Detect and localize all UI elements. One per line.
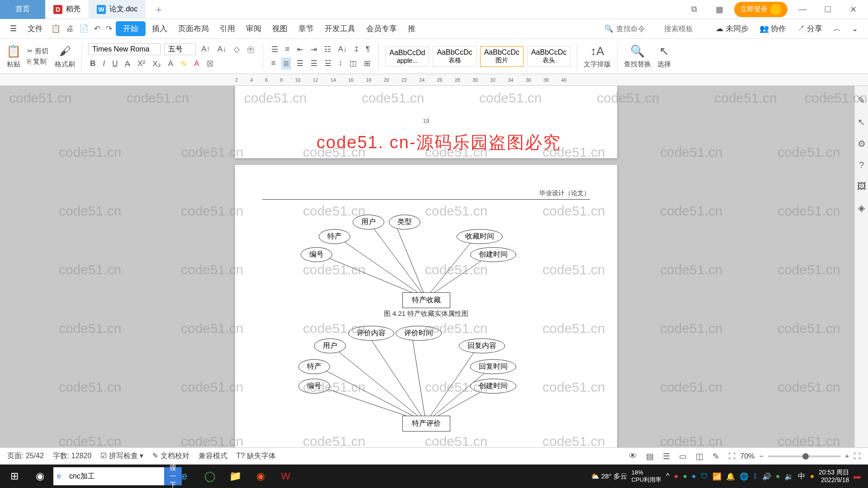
zoom-in-icon[interactable]: + xyxy=(845,452,849,460)
menu-layout[interactable]: 页面布局 xyxy=(174,21,213,37)
align-right-icon[interactable]: ☰ xyxy=(295,57,305,70)
styles-gallery[interactable]: AaBbCcDdapple... AaBbCcDc表格 AaBbCcDc图片 A… xyxy=(385,46,571,67)
paste-group[interactable]: 📋粘贴 xyxy=(6,44,21,69)
underline-icon[interactable]: U xyxy=(110,58,119,70)
tray-vol-icon[interactable]: 🔊 xyxy=(762,472,771,481)
view-page-icon[interactable]: ▤ xyxy=(646,451,654,461)
subscript-icon[interactable]: X₂ xyxy=(151,58,162,70)
grid-icon[interactable]: ▦ xyxy=(709,1,730,18)
tray-5-icon[interactable]: ● xyxy=(810,472,814,480)
tray-2-icon[interactable]: ● xyxy=(683,472,687,480)
align-left-icon[interactable]: ≡ xyxy=(269,57,278,69)
zoom-full-icon[interactable]: ⛶ xyxy=(854,452,861,460)
tray-up-icon[interactable]: ^ xyxy=(666,472,670,480)
cut-button[interactable]: ✂ 剪切 xyxy=(27,47,48,56)
tray-3-icon[interactable]: ● xyxy=(692,472,696,480)
zoom-out-icon[interactable]: − xyxy=(759,452,763,460)
search-template-input[interactable] xyxy=(664,25,709,33)
view-outline-icon[interactable]: ☰ xyxy=(663,451,670,461)
cpu-widget[interactable]: 18%CPU利用率 xyxy=(632,469,661,484)
tray-bell-icon[interactable]: 🔔 xyxy=(726,472,735,481)
outdent-icon[interactable]: ⇤ xyxy=(295,43,305,56)
qat-preview-icon[interactable]: 📄 xyxy=(77,23,90,35)
side-img-icon[interactable]: 🖼 xyxy=(857,181,866,192)
tb-app1-icon[interactable]: ◉ xyxy=(249,466,272,487)
share-button[interactable]: ↗ 分享 xyxy=(793,21,827,37)
tab-new[interactable]: ＋ xyxy=(146,0,172,19)
para-marks-icon[interactable]: ¶ xyxy=(364,43,372,55)
menu-view[interactable]: 视图 xyxy=(268,21,292,37)
font-color-icon[interactable]: A xyxy=(192,58,201,70)
tray-shield-icon[interactable]: 🛡 xyxy=(701,472,708,480)
view-web-icon[interactable]: ◫ xyxy=(696,451,703,461)
clear-format-icon[interactable]: ◇ xyxy=(232,43,241,56)
tb-explorer-icon[interactable]: 📁 xyxy=(223,466,247,487)
text-effect-icon[interactable]: A xyxy=(166,58,175,70)
zoom-fit-icon[interactable]: ⛶ xyxy=(728,452,736,460)
style-2[interactable]: AaBbCcDc表格 xyxy=(433,46,476,67)
italic-icon[interactable]: I xyxy=(101,58,107,70)
side-settings-icon[interactable]: ⚙ xyxy=(858,138,866,149)
font-select[interactable] xyxy=(88,43,160,55)
taskbar-search[interactable]: e 搜一下 xyxy=(53,467,171,485)
maximize-button[interactable]: ☐ xyxy=(817,1,838,18)
numbering-icon[interactable]: ≡ xyxy=(283,43,292,55)
pinyin-icon[interactable]: ㊥ xyxy=(245,43,256,56)
close-button[interactable]: ✕ xyxy=(843,1,863,18)
taskbar-clock[interactable]: 20:53 周日2022/9/18 xyxy=(819,469,849,484)
asian-layout-icon[interactable]: ☷ xyxy=(322,43,333,56)
view-read-icon[interactable]: ▭ xyxy=(679,451,687,461)
menu-up-icon[interactable]: ︿ xyxy=(829,21,845,37)
tray-ime[interactable]: 中 xyxy=(798,472,805,481)
coop-button[interactable]: 👥 协作 xyxy=(755,21,791,37)
qat-print-icon[interactable]: 🖨 xyxy=(64,23,75,35)
style-3[interactable]: AaBbCcDc图片 xyxy=(480,46,524,67)
view-focus-icon[interactable]: ✎ xyxy=(712,451,719,461)
menu-devtools[interactable]: 开发工具 xyxy=(320,21,360,37)
bold-icon[interactable]: B xyxy=(88,58,97,70)
char-border-icon[interactable]: ☒ xyxy=(205,58,215,70)
side-help-icon[interactable]: ? xyxy=(859,160,864,170)
tray-4-icon[interactable]: ● xyxy=(776,472,780,480)
weather-widget[interactable]: ⛅ 28° 多云 xyxy=(591,472,627,481)
status-spell[interactable]: ☑ 拼写检查 ▾ xyxy=(100,451,143,461)
find-group[interactable]: 🔍查找替换 xyxy=(624,44,651,69)
tab-document[interactable]: W论文.doc xyxy=(89,0,146,19)
view-eye-icon[interactable]: 👁 xyxy=(629,451,637,461)
status-proof[interactable]: ✎ 文档校对 xyxy=(152,451,189,461)
tb-360-icon[interactable]: ◯ xyxy=(198,466,222,487)
copy-button[interactable]: ⎘ 复制 xyxy=(27,57,48,66)
distribute-icon[interactable]: ☱ xyxy=(323,57,333,70)
size-select[interactable] xyxy=(164,43,196,55)
menu-hamburger[interactable]: ☰ xyxy=(5,21,21,36)
align-justify-icon[interactable]: ☰ xyxy=(309,57,319,70)
menu-expand-icon[interactable]: ⌄ xyxy=(847,21,863,36)
login-button[interactable]: 立即登录 xyxy=(734,2,788,17)
bullets-icon[interactable]: ☰ xyxy=(269,43,280,56)
menu-insert[interactable]: 插入 xyxy=(147,21,172,37)
tray-1-icon[interactable]: ● xyxy=(674,472,679,480)
indent-icon[interactable]: ⇥ xyxy=(309,43,319,56)
unsync-button[interactable]: ☁ 未同步 xyxy=(711,21,753,37)
sort-icon[interactable]: A↓ xyxy=(336,43,349,55)
tb-ie-icon[interactable]: e xyxy=(173,466,196,487)
zoom-control[interactable]: ⛶ 70% − + ⛶ xyxy=(728,452,861,460)
superscript-icon[interactable]: X² xyxy=(136,58,147,70)
horizontal-ruler[interactable]: 246810121416182022242628303234363840 xyxy=(0,74,868,86)
side-tool-icon[interactable]: ◈ xyxy=(858,202,865,213)
tray-bt-icon[interactable]: ᛒ xyxy=(753,472,758,480)
start-button[interactable]: ⊞ xyxy=(3,466,26,487)
tray-notif-icon[interactable]: ▬ xyxy=(854,472,861,480)
qat-redo-icon[interactable]: ↷ xyxy=(104,23,114,35)
menu-vip[interactable]: 会员专享 xyxy=(362,21,401,37)
menu-chapter[interactable]: 章节 xyxy=(294,21,318,37)
tab-docer[interactable]: D稻壳 xyxy=(45,0,89,19)
taskbar-search-input[interactable] xyxy=(65,472,164,480)
qat-save-icon[interactable]: 📋 xyxy=(49,23,62,35)
tray-net-icon[interactable]: 🌐 xyxy=(740,472,749,481)
status-missfont[interactable]: T? 缺失字体 xyxy=(236,451,276,461)
tray-wifi-icon[interactable]: 📶 xyxy=(712,472,722,481)
tb-wps-icon[interactable]: W xyxy=(274,466,297,487)
shrink-font-icon[interactable]: A↓ xyxy=(216,43,228,55)
menu-review[interactable]: 审阅 xyxy=(241,21,266,37)
